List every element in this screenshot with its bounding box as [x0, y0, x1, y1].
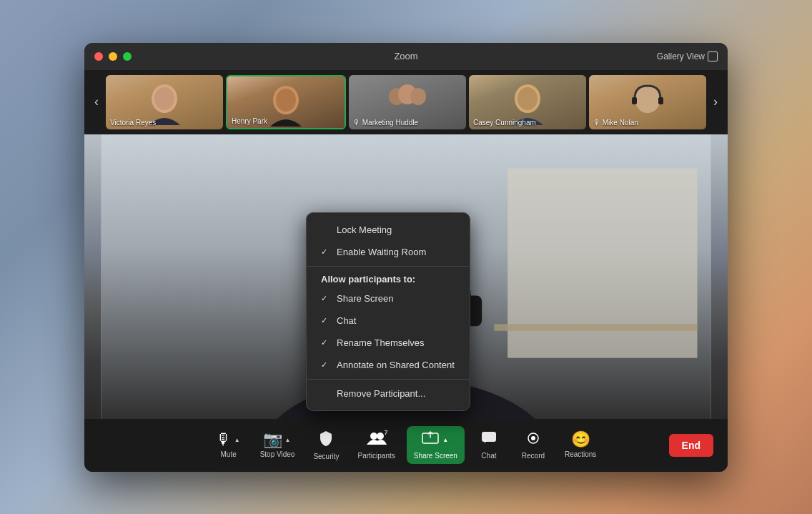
gallery-view-button[interactable]: Gallery View	[657, 51, 718, 61]
thumbnail-casey-cunningham[interactable]: Casey Cunningham	[469, 75, 586, 129]
maximize-button[interactable]	[123, 52, 132, 61]
allow-participants-header: Allow participants to:	[307, 270, 470, 287]
rename-themselves-label: Rename Themselves	[337, 337, 455, 348]
menu-item-lock-meeting[interactable]: Lock Meeting	[307, 219, 470, 241]
lock-meeting-label: Lock Meeting	[337, 224, 455, 235]
annotate-label: Annotate on Shared Content	[337, 360, 455, 370]
end-meeting-button[interactable]: End	[669, 434, 713, 457]
svg-point-27	[370, 433, 377, 440]
share-screen-label: Share Screen	[414, 452, 457, 460]
share-screen-label: Share Screen	[337, 293, 455, 304]
menu-item-remove-participant[interactable]: Remove Participant...	[307, 382, 470, 405]
chat-label: Chat	[481, 452, 496, 460]
check-annotate: ✓	[321, 360, 331, 370]
video-caret[interactable]: ▲	[284, 435, 292, 445]
thumb-label-victoria: Victoria Reyes	[110, 119, 156, 127]
menu-item-annotate[interactable]: ✓ Annotate on Shared Content	[307, 354, 470, 376]
thumbnail-strip: ‹ Victoria Reyes	[84, 70, 728, 134]
menu-divider-2	[307, 379, 470, 380]
reactions-icon: 😊	[571, 432, 590, 448]
chat-icon	[480, 430, 497, 449]
zoom-window: Zoom Gallery View ‹ Victoria Reyes	[84, 43, 728, 472]
svg-point-8	[518, 87, 538, 110]
svg-point-6	[410, 88, 426, 105]
video-icon: 📷	[263, 432, 282, 448]
thumbnail-henry-park[interactable]: Henry Park	[226, 75, 346, 129]
menu-item-enable-waiting-room[interactable]: ✓ Enable Waiting Room	[307, 241, 470, 263]
prev-nav-button[interactable]: ‹	[90, 92, 103, 112]
thumb-label-casey: Casey Cunningham	[473, 119, 536, 127]
svg-rect-10	[632, 97, 637, 104]
security-button[interactable]: Security	[306, 425, 346, 465]
record-icon	[525, 430, 542, 449]
participants-button[interactable]: 7 Participants	[351, 426, 402, 464]
menu-item-chat[interactable]: ✓ Chat	[307, 310, 470, 332]
share-screen-icon	[421, 430, 440, 449]
reactions-button[interactable]: 😊 Reactions	[558, 427, 603, 463]
menu-item-rename-themselves[interactable]: ✓ Rename Themselves	[307, 332, 470, 354]
check-share-screen: ✓	[321, 294, 331, 303]
security-icon	[317, 430, 335, 450]
svg-point-28	[377, 433, 384, 440]
check-rename-themselves: ✓	[321, 338, 331, 347]
svg-point-1	[154, 87, 174, 110]
security-label: Security	[313, 453, 339, 460]
thumbnail-list: Victoria Reyes Henry Park	[106, 75, 706, 129]
thumb-label-henry: Henry Park	[232, 117, 267, 125]
title-bar: Zoom Gallery View	[84, 43, 728, 70]
mute-icon: 🎙	[216, 432, 232, 448]
minimize-button[interactable]	[109, 52, 117, 61]
svg-point-32	[531, 436, 535, 440]
remove-participant-label: Remove Participant...	[337, 388, 455, 399]
check-chat: ✓	[321, 316, 331, 325]
participants-count: 7	[385, 429, 388, 436]
video-with-caret: 📷 ▲	[263, 432, 292, 448]
window-controls	[94, 52, 132, 61]
close-button[interactable]	[94, 52, 103, 61]
thumb-label-mike: 🎙 Mike Nolan	[593, 119, 638, 127]
mute-button[interactable]: 🎙 ▲ Mute	[209, 427, 249, 463]
thumb-label-huddle: 🎙 Marketing Huddle	[353, 119, 418, 127]
security-dropdown-menu: Lock Meeting ✓ Enable Waiting Room Allow…	[306, 212, 470, 411]
share-caret[interactable]: ▲	[441, 435, 450, 445]
chat-button[interactable]: Chat	[469, 426, 509, 464]
next-nav-button[interactable]: ›	[709, 92, 722, 112]
menu-item-share-screen[interactable]: ✓ Share Screen	[307, 287, 470, 310]
share-screen-button[interactable]: ▲ Share Screen	[407, 426, 465, 464]
participants-label: Participants	[358, 452, 395, 460]
stop-video-label: Stop Video	[260, 450, 295, 458]
mute-label: Mute	[221, 450, 237, 458]
thumbnail-marketing-huddle[interactable]: 🎙 Marketing Huddle	[349, 75, 466, 129]
toolbar: 🎙 ▲ Mute 📷 ▲ Stop Video	[84, 419, 728, 472]
check-waiting-room: ✓	[321, 247, 331, 257]
record-button[interactable]: Record	[513, 426, 553, 464]
reactions-label: Reactions	[565, 450, 596, 458]
thumbnail-victoria-reyes[interactable]: Victoria Reyes	[106, 75, 223, 129]
menu-divider-1	[307, 266, 470, 267]
record-label: Record	[522, 452, 545, 460]
mute-caret[interactable]: ▲	[233, 435, 242, 445]
enable-waiting-room-label: Enable Waiting Room	[337, 247, 455, 257]
gallery-view-label: Gallery View	[657, 51, 705, 61]
svg-rect-11	[658, 97, 663, 104]
share-with-caret: ▲	[421, 430, 450, 449]
participants-icon	[367, 432, 387, 450]
svg-point-3	[276, 89, 296, 112]
participants-icon-container: 7	[367, 430, 387, 449]
expand-icon	[708, 51, 718, 61]
thumbnail-mike-nolan[interactable]: 🎙 Mike Nolan	[589, 75, 706, 129]
toolbar-items: 🎙 ▲ Mute 📷 ▲ Stop Video	[209, 425, 604, 465]
svg-rect-30	[482, 432, 496, 442]
stop-video-button[interactable]: 📷 ▲ Stop Video	[253, 427, 302, 463]
svg-rect-15	[494, 324, 697, 330]
window-title: Zoom	[394, 51, 417, 61]
chat-label: Chat	[337, 315, 455, 326]
mute-with-caret: 🎙 ▲	[216, 432, 242, 448]
